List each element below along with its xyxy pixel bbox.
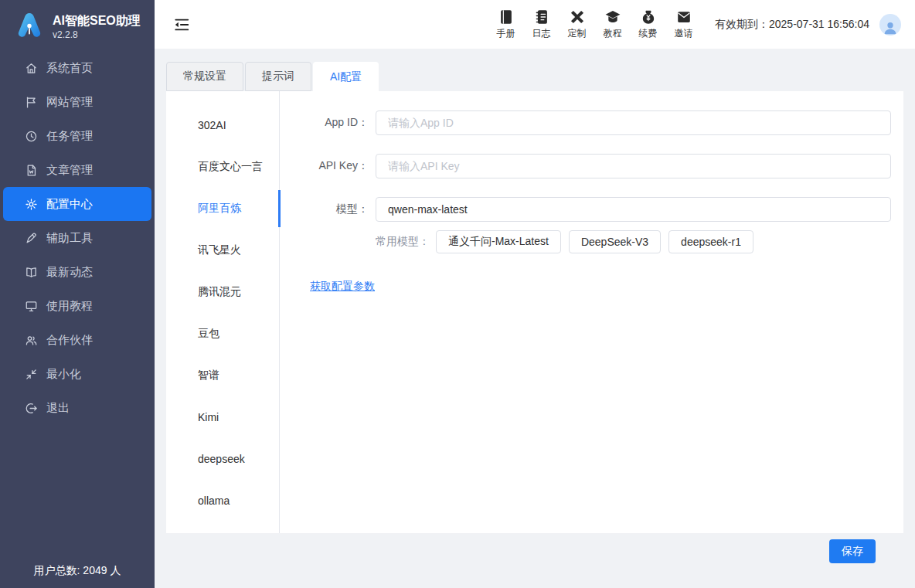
common-models-row: 常用模型： 通义千问-Max-Latest DeepSeek-V3 deepse… <box>310 230 891 253</box>
user-avatar[interactable] <box>879 14 901 36</box>
provider-baidu-wenxin[interactable]: 百度文心一言 <box>166 146 279 188</box>
model-row: 模型： <box>310 197 891 222</box>
sidebar-item-label: 最新动态 <box>46 265 93 280</box>
action-label: 手册 <box>497 27 515 40</box>
common-models-label: 常用模型： <box>376 235 430 249</box>
graduation-cap-icon <box>604 8 621 25</box>
model-input[interactable] <box>376 197 891 222</box>
sidebar-item-label: 退出 <box>46 401 70 416</box>
provider-config-form: App ID： API Key： 模型： 常用模型： 通义千问-Ma <box>280 91 903 533</box>
tab-general-settings[interactable]: 常规设置 <box>166 62 243 91</box>
save-button[interactable]: 保存 <box>829 539 876 563</box>
settings-tabs: 常规设置 提示词 AI配置 <box>166 62 903 91</box>
action-label: 续费 <box>639 27 658 40</box>
action-label: 邀请 <box>675 27 693 40</box>
envelope-icon <box>675 8 692 25</box>
sidebar-item-home[interactable]: 系统首页 <box>0 51 155 85</box>
action-manual[interactable]: 手册 <box>493 8 519 40</box>
model-option-deepseek-v3-button[interactable]: DeepSeek-V3 <box>569 230 661 253</box>
journal-icon <box>533 8 550 25</box>
sidebar-item-partners[interactable]: 合作伙伴 <box>0 323 155 357</box>
sidebar-item-label: 任务管理 <box>46 129 93 144</box>
document-icon <box>25 164 38 177</box>
action-label: 教程 <box>604 27 622 40</box>
provider-302ai[interactable]: 302AI <box>166 104 279 146</box>
home-icon <box>25 62 38 75</box>
model-option-qwen-button[interactable]: 通义千问-Max-Latest <box>436 230 561 253</box>
logo-text: AI智能SEO助理 v2.2.8 <box>53 13 141 40</box>
provider-zhipu[interactable]: 智谱 <box>166 355 279 396</box>
sidebar-item-label: 辅助工具 <box>46 231 93 246</box>
logout-icon <box>25 402 38 415</box>
sidebar-item-articles[interactable]: 文章管理 <box>0 153 155 187</box>
provider-deepseek[interactable]: deepseek <box>166 438 279 480</box>
action-custom[interactable]: 定制 <box>564 8 590 40</box>
menu-fold-icon <box>173 16 190 33</box>
open-book-icon <box>25 266 38 279</box>
sidebar-item-config[interactable]: 配置中心 <box>3 187 151 221</box>
sidebar-item-label: 系统首页 <box>46 61 93 76</box>
provider-doubao[interactable]: 豆包 <box>166 313 279 355</box>
sidebar-menu: 系统首页 网站管理 任务管理 文章管理 配置中心 辅助工具 <box>0 51 155 425</box>
minimize-icon <box>25 368 38 381</box>
sidebar-item-website[interactable]: 网站管理 <box>0 85 155 119</box>
validity-value: 2025-07-31 16:56:04 <box>769 18 869 30</box>
gear-icon <box>25 198 38 211</box>
provider-xunfei-spark[interactable]: 讯飞星火 <box>166 229 279 271</box>
validity-label: 有效期到： <box>715 18 769 30</box>
partners-icon <box>25 334 38 347</box>
collapse-sidebar-button[interactable] <box>173 16 190 33</box>
topbar-right: 手册 日志 定制 教程 <box>493 8 901 40</box>
user-total-count: 用户总数: 2049 人 <box>0 564 155 578</box>
sidebar-item-tasks[interactable]: 任务管理 <box>0 119 155 153</box>
api-key-input[interactable] <box>376 154 891 178</box>
monitor-icon <box>25 300 38 313</box>
action-invite[interactable]: 邀请 <box>671 8 696 40</box>
sidebar-item-label: 网站管理 <box>46 95 93 110</box>
pen-ruler-icon <box>569 8 586 25</box>
app-logo-icon <box>12 9 46 43</box>
topbar-actions: 手册 日志 定制 教程 <box>493 8 696 40</box>
action-label: 日志 <box>532 27 551 40</box>
sidebar-item-label: 最小化 <box>46 367 81 382</box>
sidebar-item-tools[interactable]: 辅助工具 <box>0 221 155 255</box>
app-id-input[interactable] <box>376 110 891 135</box>
provider-kimi[interactable]: Kimi <box>166 396 279 438</box>
sidebar-item-label: 合作伙伴 <box>46 333 93 348</box>
sidebar-item-news[interactable]: 最新动态 <box>0 255 155 289</box>
app-title: AI智能SEO助理 <box>53 13 141 29</box>
topbar: 手册 日志 定制 教程 <box>155 0 915 49</box>
provider-menu: 302AI 百度文心一言 阿里百炼 讯飞星火 腾讯混元 豆包 智谱 Kimi d… <box>166 91 280 533</box>
flag-icon <box>25 96 38 109</box>
save-row: 保存 <box>166 539 903 563</box>
app-version: v2.2.8 <box>53 29 141 40</box>
sidebar-item-tutorial[interactable]: 使用教程 <box>0 289 155 323</box>
clock-icon <box>25 130 38 143</box>
content-area: 常规设置 提示词 AI配置 302AI 百度文心一言 阿里百炼 讯飞星火 腾讯混… <box>155 49 915 588</box>
app-id-label: App ID： <box>310 116 369 130</box>
sidebar: AI智能SEO助理 v2.2.8 系统首页 网站管理 任务管理 文章管理 <box>0 0 155 588</box>
action-logs[interactable]: 日志 <box>529 8 554 40</box>
action-tutorial[interactable]: 教程 <box>600 8 625 40</box>
provider-ali-bailian[interactable]: 阿里百炼 <box>166 188 279 229</box>
provider-tencent-hunyuan[interactable]: 腾讯混元 <box>166 271 279 313</box>
provider-ollama[interactable]: ollama <box>166 480 279 522</box>
sidebar-item-minimize[interactable]: 最小化 <box>0 357 155 391</box>
model-option-deepseek-r1-button[interactable]: deepseek-r1 <box>668 230 753 253</box>
logo-row: AI智能SEO助理 v2.2.8 <box>0 0 155 49</box>
main-column: 手册 日志 定制 教程 <box>155 0 915 588</box>
sidebar-item-label: 使用教程 <box>46 299 93 314</box>
person-icon <box>882 19 899 36</box>
sidebar-item-logout[interactable]: 退出 <box>0 391 155 425</box>
action-label: 定制 <box>568 27 587 40</box>
action-renew[interactable]: 续费 <box>635 8 661 40</box>
sidebar-item-label: 文章管理 <box>46 163 93 178</box>
validity-text: 有效期到：2025-07-31 16:56:04 <box>715 18 869 32</box>
tab-prompts[interactable]: 提示词 <box>245 62 311 91</box>
get-config-params-link[interactable]: 获取配置参数 <box>310 280 375 292</box>
money-bag-icon <box>640 8 657 25</box>
tab-ai-config[interactable]: AI配置 <box>313 62 379 91</box>
config-link-row: 获取配置参数 <box>310 279 891 294</box>
app-root: AI智能SEO助理 v2.2.8 系统首页 网站管理 任务管理 文章管理 <box>0 0 915 588</box>
sidebar-item-label: 配置中心 <box>46 197 93 212</box>
